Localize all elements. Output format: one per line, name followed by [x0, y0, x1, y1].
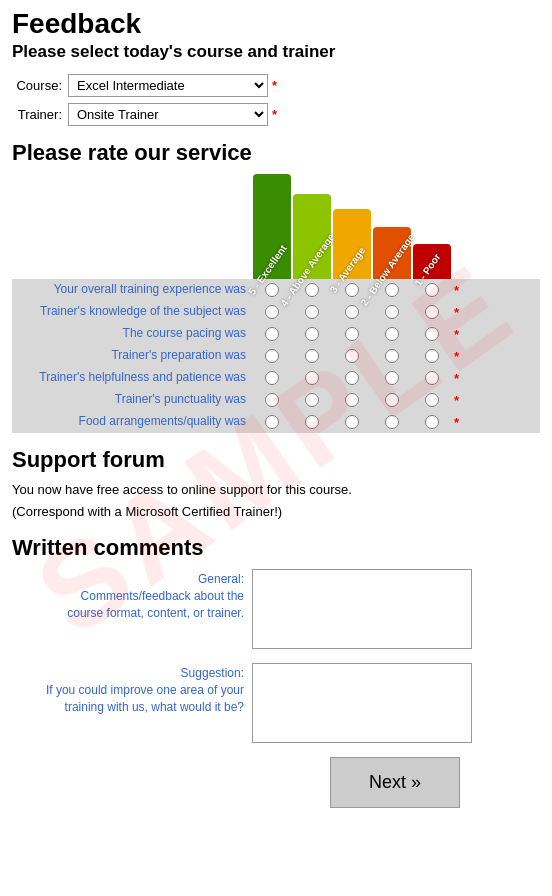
page-subtitle: Please select today's course and trainer	[12, 42, 540, 62]
course-required-star: *	[272, 78, 277, 93]
rating-row-7-radio-4[interactable]	[293, 411, 331, 433]
rating-row-4-radio-3[interactable]	[333, 345, 371, 367]
suggestion-comment-label: Suggestion: If you could improve one are…	[12, 663, 252, 743]
support-subtext: (Correspond with a Microsoft Certified T…	[12, 503, 540, 521]
rating-row-1: Your overall training experience was *	[12, 279, 540, 301]
rating-row-2-label: Trainer's knowledge of the subject was	[12, 304, 252, 320]
rating-header: 5 - Excellent 4 - Above Average 3 - Aver…	[252, 174, 540, 279]
course-row: Course: Excel Intermediate Excel Advance…	[12, 74, 540, 97]
comments-section: General: Comments/feedback about the cou…	[12, 569, 540, 743]
general-comment-row: General: Comments/feedback about the cou…	[12, 569, 540, 649]
rating-header-4: 4 - Above Average	[293, 194, 331, 279]
support-text: You now have free access to online suppo…	[12, 481, 540, 499]
rating-header-2: 2 - Below Average	[373, 227, 411, 279]
rating-header-3: 3 - Average	[333, 209, 371, 279]
trainer-label: Trainer:	[12, 107, 62, 122]
rating-row-4-label: Trainer's preparation was	[12, 348, 252, 364]
rating-row-2-radio-1[interactable]	[413, 301, 451, 323]
rating-row-3-star: *	[454, 327, 459, 342]
suggestion-comment-row: Suggestion: If you could improve one are…	[12, 663, 540, 743]
rating-row-3: The course pacing was *	[12, 323, 540, 345]
suggestion-label-line3: training with us, what would it be?	[65, 700, 244, 714]
rating-row-6-radio-2[interactable]	[373, 389, 411, 411]
rating-row-5-radio-1[interactable]	[413, 367, 451, 389]
trainer-row: Trainer: Onsite Trainer Remote Trainer *	[12, 103, 540, 126]
rating-row-4: Trainer's preparation was *	[12, 345, 540, 367]
next-button-row: Next »	[12, 757, 540, 808]
rating-row-4-star: *	[454, 349, 459, 364]
rating-row-3-radio-1[interactable]	[413, 323, 451, 345]
rating-row-7-radio-2[interactable]	[373, 411, 411, 433]
course-label: Course:	[12, 78, 62, 93]
page-title: Feedback	[12, 8, 540, 40]
rating-row-7-radios	[252, 411, 452, 433]
rating-row-4-radio-5[interactable]	[253, 345, 291, 367]
rating-row-6-radio-1[interactable]	[413, 389, 451, 411]
rating-row-5-radios	[252, 367, 452, 389]
general-label-line3: course format, content, or trainer.	[67, 606, 244, 620]
rating-row-6-radios	[252, 389, 452, 411]
course-select[interactable]: Excel Intermediate Excel Advanced Word B…	[68, 74, 268, 97]
rating-row-5-radio-4[interactable]	[293, 367, 331, 389]
rating-row-7-radio-3[interactable]	[333, 411, 371, 433]
rating-row-5: Trainer's helpfulness and patience was *	[12, 367, 540, 389]
rating-row-6: Trainer's punctuality was *	[12, 389, 540, 411]
rating-row-3-radio-5[interactable]	[253, 323, 291, 345]
rating-row-5-radio-5[interactable]	[253, 367, 291, 389]
next-button[interactable]: Next »	[330, 757, 460, 808]
general-label-line1: General:	[198, 572, 244, 586]
rating-row-7-star: *	[454, 415, 459, 430]
support-section-title: Support forum	[12, 447, 540, 473]
suggestion-label-line2: If you could improve one area of your	[46, 683, 244, 697]
rating-row-3-radio-2[interactable]	[373, 323, 411, 345]
rating-section-title: Please rate our service	[12, 140, 540, 166]
rating-row-6-radio-3[interactable]	[333, 389, 371, 411]
rating-row-2-radio-2[interactable]	[373, 301, 411, 323]
rating-row-3-radios	[252, 323, 452, 345]
rating-row-3-radio-4[interactable]	[293, 323, 331, 345]
rating-row-2-radio-4[interactable]	[293, 301, 331, 323]
rating-row-7-radio-1[interactable]	[413, 411, 451, 433]
rating-row-5-star: *	[454, 371, 459, 386]
rating-row-3-radio-3[interactable]	[333, 323, 371, 345]
rating-row-4-radios	[252, 345, 452, 367]
rating-row-6-radio-4[interactable]	[293, 389, 331, 411]
trainer-select[interactable]: Onsite Trainer Remote Trainer	[68, 103, 268, 126]
rating-row-1-label: Your overall training experience was	[12, 282, 252, 298]
rating-row-5-label: Trainer's helpfulness and patience was	[12, 370, 252, 386]
comments-section-title: Written comments	[12, 535, 540, 561]
rating-row-2: Trainer's knowledge of the subject was *	[12, 301, 540, 323]
rating-row-1-star: *	[454, 283, 459, 298]
rating-row-2-star: *	[454, 305, 459, 320]
suggestion-comment-textarea[interactable]	[252, 663, 472, 743]
rating-row-5-radio-2[interactable]	[373, 367, 411, 389]
rating-row-7-label: Food arrangements/quality was	[12, 414, 252, 430]
rating-row-3-label: The course pacing was	[12, 326, 252, 342]
general-comment-textarea[interactable]	[252, 569, 472, 649]
rating-header-1: 1 - Poor	[413, 244, 451, 279]
rating-row-6-label: Trainer's punctuality was	[12, 392, 252, 408]
general-label-line2: Comments/feedback about the	[81, 589, 244, 603]
rating-row-6-star: *	[454, 393, 459, 408]
trainer-required-star: *	[272, 107, 277, 122]
rating-matrix: 5 - Excellent 4 - Above Average 3 - Aver…	[12, 174, 540, 433]
rating-row-5-radio-3[interactable]	[333, 367, 371, 389]
rating-row-6-radio-5[interactable]	[253, 389, 291, 411]
rating-row-7-radio-5[interactable]	[253, 411, 291, 433]
suggestion-label-line1: Suggestion:	[181, 666, 244, 680]
general-comment-label: General: Comments/feedback about the cou…	[12, 569, 252, 649]
rating-row-4-radio-4[interactable]	[293, 345, 331, 367]
rating-row-4-radio-1[interactable]	[413, 345, 451, 367]
rating-row-7: Food arrangements/quality was *	[12, 411, 540, 433]
rating-row-4-radio-2[interactable]	[373, 345, 411, 367]
rating-header-5: 5 - Excellent	[253, 174, 291, 279]
